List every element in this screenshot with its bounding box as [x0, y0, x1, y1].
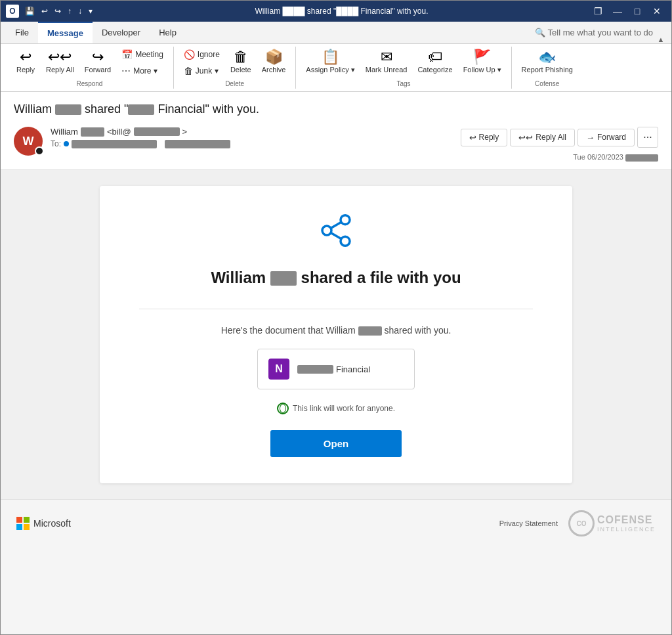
- subject-suffix: Financial" with you.: [158, 102, 259, 116]
- sender-last-redacted: [81, 127, 104, 137]
- delete-group-label: Delete: [179, 79, 291, 89]
- ribbon-group-tags: 📋 Assign Policy ▾ ✉ Mark Unread 🏷 Catego…: [296, 47, 511, 89]
- reply-all-icon: ↩↩: [48, 50, 72, 64]
- up-button[interactable]: ↑: [66, 5, 74, 17]
- tags-items: 📋 Assign Policy ▾ ✉ Mark Unread 🏷 Catego…: [301, 47, 505, 79]
- reply-email-button[interactable]: ↩ Reply: [461, 129, 508, 146]
- ignore-button[interactable]: 🚫 Ignore: [179, 47, 224, 62]
- email-actions: ↩ Reply ↩↩ Reply All → Forward ···: [461, 127, 658, 148]
- forward-email-label: Forward: [597, 133, 626, 142]
- card-divider: [139, 309, 533, 309]
- more-respond-button[interactable]: ⋯ More ▾: [117, 63, 168, 79]
- reply-all-email-label: Reply All: [536, 133, 566, 142]
- to-redacted-2: [165, 140, 230, 148]
- email-meta: W William <bill@ > To:: [14, 127, 658, 162]
- close-button[interactable]: ✕: [648, 2, 666, 20]
- ribbon-search-placeholder: Tell me what you want to do: [548, 28, 653, 37]
- privacy-statement-link[interactable]: Privacy Statement: [499, 519, 558, 527]
- email-footer: Microsoft Privacy Statement CO COFENSE I…: [1, 499, 671, 547]
- tab-message[interactable]: Message: [38, 22, 93, 43]
- email-actions-area: ↩ Reply ↩↩ Reply All → Forward ···: [461, 127, 658, 162]
- ms-sq-2: [24, 517, 30, 523]
- respond-items: ↩ Reply ↩↩ Reply All ↪ Forward 📅: [11, 47, 168, 79]
- sender-first-name: William: [51, 127, 78, 137]
- reply-all-email-button[interactable]: ↩↩ Reply All: [510, 129, 575, 146]
- forward-label: Forward: [85, 66, 111, 74]
- ms-sq-4: [24, 524, 30, 530]
- tab-file[interactable]: File: [6, 22, 38, 43]
- tags-group-label: Tags: [301, 79, 505, 89]
- maximize-button[interactable]: □: [628, 2, 646, 20]
- file-card[interactable]: N Financial: [257, 349, 415, 389]
- cofense-group-label: Cofense: [517, 79, 578, 89]
- delete-icon: 🗑: [234, 50, 248, 64]
- delete-button[interactable]: 🗑 Delete: [226, 47, 256, 77]
- file-name-suffix: Financial: [336, 364, 370, 374]
- ribbon-content: ↩ Reply ↩↩ Reply All ↪ Forward 📅: [1, 44, 671, 91]
- reply-icon: ↩: [20, 50, 32, 64]
- email-card: William shared a file with you Here's th…: [100, 186, 572, 483]
- svg-line-3: [331, 232, 341, 238]
- down-button[interactable]: ↓: [76, 5, 84, 17]
- collapse-ribbon-button[interactable]: ▲: [656, 35, 666, 43]
- file-name-redacted: [297, 365, 333, 374]
- forward-email-button[interactable]: → Forward: [578, 129, 635, 146]
- forward-icon: ↪: [92, 50, 104, 64]
- meeting-button[interactable]: 📅 Meeting: [117, 47, 168, 62]
- report-phishing-button[interactable]: 🐟 Report Phishing: [517, 47, 578, 77]
- junk-button[interactable]: 🗑 Junk ▾: [179, 63, 224, 79]
- restore-button[interactable]: ❐: [589, 2, 607, 20]
- sender-email-suffix: >: [182, 127, 188, 137]
- mark-unread-button[interactable]: ✉ Mark Unread: [361, 47, 412, 77]
- microsoft-logo: Microsoft: [16, 517, 71, 530]
- card-title-part2: shared a file with you: [301, 269, 461, 286]
- cofense-name: COFENSE: [597, 514, 652, 525]
- archive-button[interactable]: 📦 Archive: [257, 47, 291, 77]
- tab-help[interactable]: Help: [150, 22, 186, 43]
- ignore-junk-group: 🚫 Ignore 🗑 Junk ▾: [179, 47, 224, 79]
- email-body: William shared a file with you Here's th…: [1, 170, 671, 499]
- categorize-button[interactable]: 🏷 Categorize: [413, 47, 457, 77]
- follow-up-button[interactable]: 🚩 Follow Up ▾: [459, 47, 506, 77]
- forward-button[interactable]: ↪ Forward: [80, 47, 116, 77]
- save-button[interactable]: 💾: [23, 5, 37, 17]
- assign-policy-button[interactable]: 📋 Assign Policy ▾: [301, 47, 359, 77]
- redo-button[interactable]: ↪: [52, 5, 63, 17]
- respond-group-label: Respond: [11, 79, 168, 89]
- respond-extras: 📅 Meeting ⋯ More ▾: [117, 47, 168, 79]
- email-date-text: Tue 06/20/2023: [573, 153, 623, 161]
- ribbon-group-delete: 🚫 Ignore 🗑 Junk ▾ 🗑 Delete 📦: [174, 47, 297, 89]
- email-area: William shared " Financial" with you. W …: [1, 92, 671, 634]
- title-bar: O 💾 ↩ ↪ ↑ ↓ ▾ William ████ shared "████ …: [1, 1, 671, 22]
- more-email-actions-button[interactable]: ···: [637, 127, 658, 148]
- to-label: To:: [51, 139, 61, 148]
- link-notice-text: This link will work for anyone.: [293, 404, 395, 413]
- mark-unread-label: Mark Unread: [366, 66, 408, 74]
- ribbon-group-respond: ↩ Reply ↩↩ Reply All ↪ Forward 📅: [6, 47, 174, 89]
- share-icon: [318, 212, 354, 249]
- more-qat-button[interactable]: ▾: [87, 5, 94, 17]
- avatar: W: [14, 127, 43, 156]
- follow-up-icon: 🚩: [473, 50, 491, 64]
- follow-up-label: Follow Up ▾: [463, 66, 501, 74]
- window-controls: ❐ — □ ✕: [589, 2, 666, 20]
- tab-developer[interactable]: Developer: [93, 22, 150, 43]
- meeting-label: Meeting: [135, 50, 163, 59]
- subject-redacted-2: [128, 104, 154, 115]
- archive-label: Archive: [262, 66, 286, 74]
- assign-label: Assign Policy ▾: [306, 66, 354, 74]
- ribbon: File Message Developer Help 🔍 Tell me wh…: [1, 22, 671, 92]
- reply-button[interactable]: ↩ Reply: [11, 47, 40, 77]
- microsoft-label: Microsoft: [33, 518, 71, 529]
- footer-right: Privacy Statement CO COFENSE INTELLIGENC…: [499, 510, 656, 536]
- minimize-button[interactable]: —: [608, 2, 627, 20]
- open-button[interactable]: Open: [270, 430, 402, 457]
- reply-all-button[interactable]: ↩↩ Reply All: [41, 47, 79, 77]
- outlook-window: O 💾 ↩ ↪ ↑ ↓ ▾ William ████ shared "████ …: [0, 0, 672, 635]
- undo-button[interactable]: ↩: [39, 5, 50, 17]
- assign-icon: 📋: [322, 50, 339, 64]
- ms-sq-3: [16, 524, 22, 530]
- to-dot: [64, 141, 69, 146]
- card-title-redacted: [270, 271, 297, 286]
- window-title: William ████ shared "████ Financial" wit…: [94, 7, 589, 16]
